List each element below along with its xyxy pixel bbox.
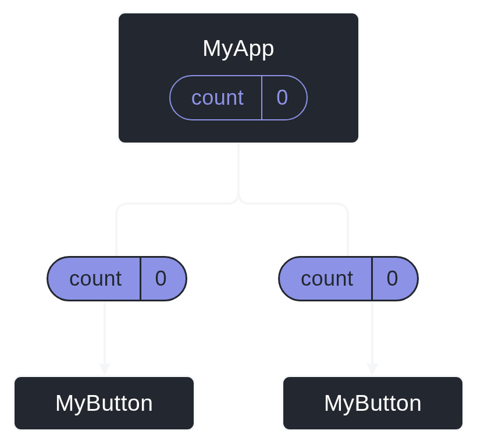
prop-value-right: 0 — [373, 258, 417, 300]
prop-label-left: count — [48, 258, 141, 300]
child-component-box-right: MyButton — [282, 375, 464, 431]
prop-label-right: count — [280, 258, 373, 300]
parent-state-value: 0 — [262, 76, 307, 119]
child-component-box-left: MyButton — [13, 375, 195, 431]
child-component-title-left: MyButton — [55, 390, 154, 416]
prop-value-left: 0 — [141, 258, 186, 300]
child-component-title-right: MyButton — [324, 390, 422, 416]
svg-marker-1 — [99, 364, 111, 375]
prop-pill-left: count 0 — [47, 256, 187, 301]
parent-component-title: MyApp — [202, 35, 275, 61]
parent-state-label: count — [170, 76, 263, 119]
prop-pill-right: count 0 — [278, 256, 419, 301]
component-tree-diagram: MyApp count 0 count 0 count 0 MyButton M… — [0, 0, 477, 448]
parent-component-box: MyApp count 0 — [117, 12, 360, 144]
parent-state-pill: count 0 — [169, 75, 308, 120]
svg-marker-3 — [366, 364, 378, 375]
